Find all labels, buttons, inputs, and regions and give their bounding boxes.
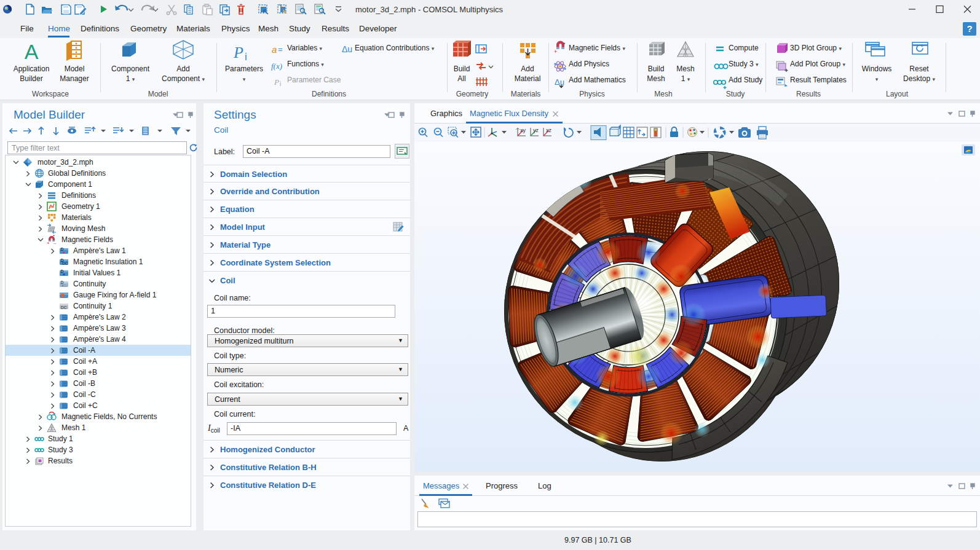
svg-text:+: + xyxy=(554,49,557,55)
svg-text:yz: yz xyxy=(533,127,539,133)
svg-text:=: = xyxy=(278,45,283,54)
svg-text:Δu: Δu xyxy=(342,44,352,54)
svg-text:i: i xyxy=(245,51,247,63)
svg-text:xy: xy xyxy=(520,127,526,133)
svg-text:a: a xyxy=(272,44,277,55)
svg-text:xz: xz xyxy=(546,127,552,133)
svg-text:f(x): f(x) xyxy=(271,61,282,71)
svg-text:P: P xyxy=(274,77,279,87)
svg-text:*: * xyxy=(563,41,566,47)
svg-text:A: A xyxy=(25,40,39,63)
svg-text:P: P xyxy=(233,44,243,61)
svg-text:?: ? xyxy=(966,23,972,34)
svg-text:i: i xyxy=(280,81,281,87)
